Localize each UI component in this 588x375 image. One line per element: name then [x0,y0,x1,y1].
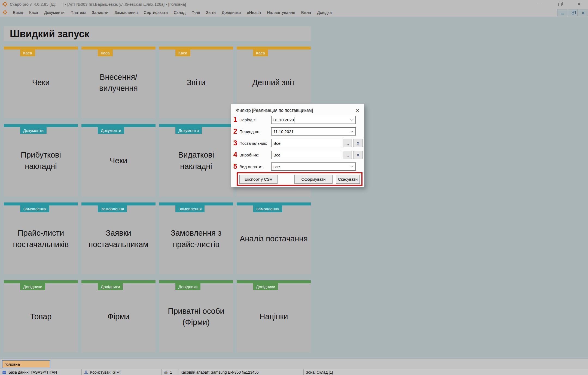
highlighted-button-group: Експорт у CSV Сформувати Скасувати [237,172,362,186]
status-database: База даних: TASA3@TITAN [8,370,57,374]
tile-zamovlennia-z-prais-lystiv[interactable]: Замовлення Замовлення з прайс-листів [159,202,233,274]
supplier-clear-button[interactable]: X [354,139,362,147]
chevron-down-icon[interactable] [348,116,355,124]
menu-item-dokumenty[interactable]: Документи [41,9,68,16]
period-from-input[interactable]: 01.10.2020 [271,116,356,124]
app-logo-icon [2,1,8,7]
menu-logo-icon [2,10,8,15]
minimize-button[interactable] [536,1,543,7]
manufacturer-browse-button[interactable]: … [343,151,352,159]
tile-category-bar [237,47,311,50]
tile-label: Замовлення з прайс-листів [161,205,231,272]
tile-category-bar [81,280,156,283]
tile-cheky-dokumenty[interactable]: Документи Чеки [81,124,156,196]
tab-strip: Головна [0,359,588,369]
tile-vnesennia-vyluchennia[interactable]: Каса Внесення/вилучення [81,47,156,118]
menu-item-ehealth[interactable]: eHealth [244,9,264,16]
tile-category-bar [4,280,78,283]
supplier-label: Постачальник: [239,141,271,146]
tile-category-bar [159,280,233,283]
tile-zaiavky-postachalnykam[interactable]: Замовлення Заявки постачальникам [81,202,156,274]
application-window: Скарб pro v. 4.0.2.85 [ІД: | - [Апт №003… [0,0,588,375]
annotation-number-1: 1 [232,115,239,124]
menu-item-platezhi[interactable]: Платежі [68,9,89,16]
manufacturer-label: Виробник: [239,153,271,157]
tile-label: Чеки [84,127,153,194]
annotation-number-5: 5 [232,162,239,171]
annotation-number-2: 2 [232,127,239,136]
mdi-restore-button[interactable] [568,9,578,16]
dialog-title: Фильтр [Реализация по поставщикам] [236,108,355,113]
chevron-down-icon[interactable] [348,163,355,170]
tile-label: Фірми [84,283,153,350]
chevron-down-icon[interactable] [348,128,355,135]
tile-analiz-postachannia[interactable]: Замовлення Аналіз постачання [237,202,311,274]
window-title: Скарб pro v. 4.0.2.85 [ІД: | - [Апт №003… [10,2,186,7]
text-cursor [294,117,294,122]
period-from-value: 01.10.2020 [273,118,294,122]
tile-category-bar [4,47,78,50]
menu-item-vikna[interactable]: Вікна [298,9,314,16]
tile-pryvatni-osoby[interactable]: Довідники Приватні особи (Фірми) [159,280,233,352]
tile-category-bar [4,202,78,205]
tile-tovar[interactable]: Довідники Товар [4,280,78,352]
mdi-close-button[interactable]: × [578,9,588,16]
menu-item-kasa[interactable]: Каса [26,9,41,16]
menu-item-sklad[interactable]: Склад [171,9,188,16]
menu-item-dovidka[interactable]: Довідка [314,9,335,16]
menu-item-vykhid[interactable]: Вихід [10,9,26,16]
tile-natsinky[interactable]: Довідники Націнки [237,280,311,352]
tile-vydatkovi-nakladni[interactable]: Документи Видаткові накладні [159,124,233,196]
cancel-button[interactable]: Скасувати [336,175,360,184]
menu-item-zvity[interactable]: Звіти [203,9,219,16]
tile-category-bar [4,124,78,127]
payment-type-input[interactable]: все [271,162,356,171]
tile-firmy[interactable]: Довідники Фірми [81,280,156,352]
dialog-close-icon[interactable]: × [355,107,360,113]
menu-item-nalashtuvannia[interactable]: Налаштування [264,9,298,16]
menu-item-filii[interactable]: Філії [188,9,203,16]
tile-prais-lysty-postachalnykiv[interactable]: Замовлення Прайс-листи постачальників [4,202,78,274]
tile-label: Товар [6,283,76,350]
close-button[interactable]: × [575,1,583,7]
tile-cheky-kasa[interactable]: Каса Чеки [4,47,78,118]
period-to-input[interactable]: 11.10.2021 [271,127,356,136]
manufacturer-clear-button[interactable]: X [354,151,362,159]
menu-item-sertyfikaty[interactable]: Сертифікати [141,9,171,16]
supplier-input[interactable]: Все [271,139,341,147]
tile-label: Внесення/вилучення [84,50,153,116]
tile-zvity-kasa[interactable]: Каса Звіти [159,47,233,118]
menu-item-dovidnyky[interactable]: Довідники [219,9,244,16]
manufacturer-input[interactable]: Все [271,151,341,159]
tile-category-bar [159,47,233,50]
tile-category-bar [159,124,233,127]
generate-button[interactable]: Сформувати [294,175,333,184]
annotation-number-3: 3 [232,139,239,147]
tile-label: Чеки [6,50,76,116]
menu-bar: Вихід Каса Документи Платежі Залишки Зам… [0,8,588,17]
supplier-value: Все [273,141,281,146]
database-icon [2,370,7,374]
tab-holovna[interactable]: Головна [2,360,50,368]
quick-launch-grid: Каса Чеки Каса Внесення/вилучення Каса З… [4,47,311,352]
supplier-browse-button[interactable]: … [343,139,352,147]
status-zone: Зона: Склад [1] [306,370,333,374]
payment-type-label: Вид оплати: [239,164,271,169]
menu-item-zalyshky[interactable]: Залишки [89,9,112,16]
tile-label: Заявки постачальникам [84,205,153,272]
tile-label: Прайс-листи постачальників [6,205,76,272]
tile-category-bar [81,47,156,50]
tile-category-bar [81,124,156,127]
menu-item-zamovlennia[interactable]: Замовлення [111,9,141,16]
tile-category-bar [237,280,311,283]
page-title: Швидкий запуск [4,26,311,41]
mdi-minimize-button[interactable] [557,9,567,16]
period-from-label: Період з: [239,118,271,122]
title-bar: Скарб pro v. 4.0.2.85 [ІД: | - [Апт №003… [0,0,588,8]
tile-category-bar [81,202,156,205]
user-icon [84,370,88,374]
tile-prybutkovi-nakladni[interactable]: Документи Прибуткові накладні [4,124,78,196]
restore-button[interactable] [556,1,563,7]
status-bar: База даних: TASA3@TITAN Користувач: GIFT [0,369,588,375]
export-csv-button[interactable]: Експорт у CSV [239,175,278,184]
